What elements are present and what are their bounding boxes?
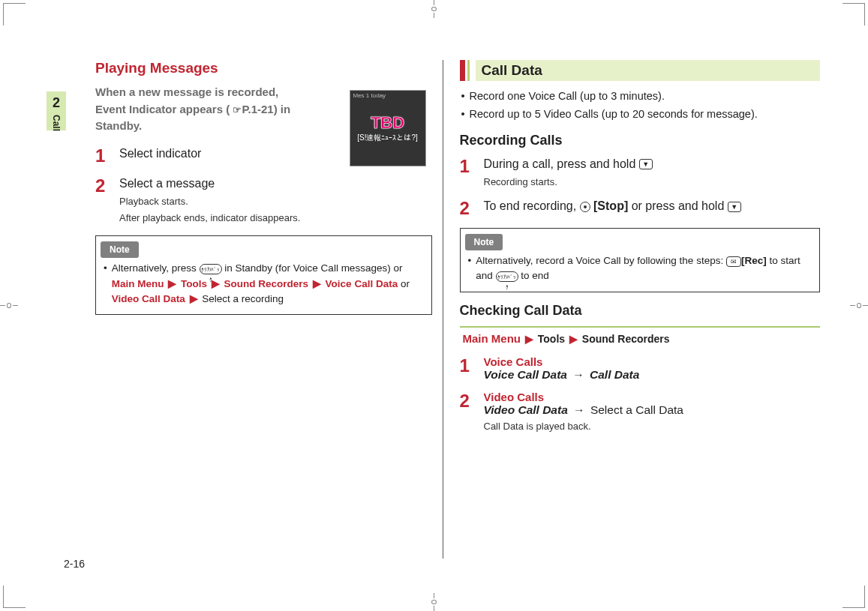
section-heading: Playing Messages (95, 60, 432, 76)
nav-sound-recorders: Sound Recorders (582, 333, 670, 345)
crop-mark-right (850, 291, 868, 321)
note-text: Alternatively, record a Voice Call by fo… (476, 255, 726, 266)
step-text: or press and hold (632, 199, 728, 212)
step-body: During a call, press and hold ▼ (484, 156, 653, 172)
path-b: Call Data (590, 368, 639, 381)
step-text: During a call, press and hold (484, 157, 639, 170)
nav-tools: Tools (538, 333, 565, 345)
note-text: in Standby (for Voice Call messages) or (224, 262, 402, 274)
bullet-text: Record one Voice Call (up to 3 minutes). (470, 88, 665, 103)
nav-tools: Tools (181, 278, 207, 289)
path-a: Video Call Data (484, 403, 568, 416)
nav-sound-recorders: Sound Recorders (224, 278, 309, 289)
step-subtext: After playback ends, indicator disappear… (119, 211, 300, 225)
section-bar: Call Data (460, 60, 821, 81)
step-number: 2 (460, 198, 484, 219)
thumb-jp-text: [S!速報ﾆｭｰｽとは?] (357, 133, 418, 143)
step-row: 2 To end recording, [Stop] or press and … (460, 198, 821, 219)
page-number: 2-16 (64, 558, 85, 570)
arrow-icon: ▶ (190, 293, 198, 304)
step-number: 2 (460, 391, 484, 412)
green-stripe (467, 60, 470, 81)
bullet-line: Record up to 5 Video Calls (up to 20 sec… (461, 106, 821, 121)
red-stripe (460, 60, 465, 81)
bullet-text: Record up to 5 Video Calls (up to 20 sec… (470, 106, 758, 121)
note-body: Alternatively, record a Voice Call by fo… (476, 253, 812, 284)
path-b: Select a Call Data (590, 403, 683, 416)
step-number: 1 (95, 145, 119, 166)
sub-heading: Checking Call Data (460, 303, 821, 319)
step-text: To end recording, (484, 199, 580, 212)
rec-label: [Rec] (741, 255, 767, 266)
thumb-tbd: TBD (371, 113, 404, 133)
clear-key-icon: ｸﾘｱ/ﾊﾞｯｸ (200, 264, 222, 274)
sub-heading: Recording Calls (460, 133, 821, 148)
step-subtext: Playback starts. (119, 195, 300, 208)
mail-key-icon: ✉ (726, 256, 741, 267)
down-key-icon: ▼ (728, 202, 741, 212)
nav-main-menu: Main Menu (463, 332, 521, 345)
section-title: Call Data (476, 60, 821, 81)
page-ref: P.1-21 (242, 103, 273, 115)
arrow-icon: ▶ (168, 278, 176, 289)
note-label: Note (465, 234, 503, 250)
note-label: Note (101, 241, 139, 258)
crop-corner (842, 586, 865, 608)
step-row: 1 Voice Calls Voice Call Data → Call Dat… (460, 355, 821, 382)
screenshot-thumbnail: Mes 1 today TBD [S!速報ﾆｭｰｽとは?] (350, 90, 426, 166)
nav-voice-call-data: Voice Call Data (326, 278, 398, 289)
crop-mark-top (419, 0, 449, 18)
note-text: Select a recording (202, 293, 284, 304)
step-path: Video Call Data → Select a Call Data (484, 403, 683, 417)
bullet-line: Record one Voice Call (up to 3 minutes). (461, 88, 821, 103)
step-number: 1 (460, 355, 484, 376)
clear-key-icon: ｸﾘｱ/ﾊﾞｯｸ (496, 271, 518, 282)
step-subtext: Recording starts. (484, 175, 653, 189)
note-body: Alternatively, press ｸﾘｱ/ﾊﾞｯｸ in Standby… (112, 261, 424, 307)
lead-line: Event Indicator appears ( (95, 103, 230, 115)
step-body: Select indicator (119, 145, 201, 162)
arrow-icon: ▶ (525, 333, 533, 345)
step-body: To end recording, [Stop] or press and ho… (484, 198, 741, 214)
nav-main-menu: Main Menu (112, 278, 164, 289)
step-label: Voice Calls (484, 355, 640, 368)
arrow-icon: → (573, 403, 585, 417)
down-key-icon: ▼ (639, 159, 653, 169)
nav-path: Main Menu ▶ Tools ▶ Sound Recorders (460, 326, 821, 348)
hand-pointer-icon: ☞ (233, 103, 242, 118)
arrow-icon: → (572, 368, 584, 382)
note-box: Note Alternatively, record a Voice Call … (460, 228, 821, 292)
crop-mark-left (0, 291, 18, 321)
crop-mark-bottom (419, 593, 449, 611)
arrow-icon: ▶ (313, 278, 321, 289)
note-text: to end (521, 270, 549, 281)
crop-corner (3, 3, 26, 25)
step-row: 2 Select a message Playback starts. Afte… (95, 175, 432, 226)
step-number: 2 (95, 175, 119, 196)
step-path: Voice Call Data → Call Data (484, 368, 640, 382)
step-subtext: Call Data is played back. (484, 420, 683, 433)
center-key-icon (580, 202, 590, 212)
step-number: 1 (460, 156, 484, 177)
lead-text: When a new message is recorded, Event In… (95, 84, 320, 135)
step-row: 2 Video Calls Video Call Data → Select a… (460, 391, 821, 433)
note-box: Note Alternatively, press ｸﾘｱ/ﾊﾞｯｸ in St… (95, 235, 432, 315)
step-body: Select a message (119, 175, 300, 192)
note-text: or (401, 278, 410, 289)
note-text: Alternatively, press (112, 262, 200, 274)
arrow-icon: ▶ (212, 278, 220, 289)
arrow-icon: ▶ (569, 333, 578, 345)
stop-label: [Stop] (593, 199, 628, 212)
path-a: Voice Call Data (484, 368, 567, 381)
crop-corner (3, 586, 26, 608)
crop-corner (842, 3, 865, 25)
step-label: Video Calls (484, 391, 683, 403)
step-row: 1 During a call, press and hold ▼ Record… (460, 156, 821, 190)
lead-line: When a new message is recorded, (95, 85, 278, 98)
nav-video-call-data: Video Call Data (112, 293, 185, 304)
